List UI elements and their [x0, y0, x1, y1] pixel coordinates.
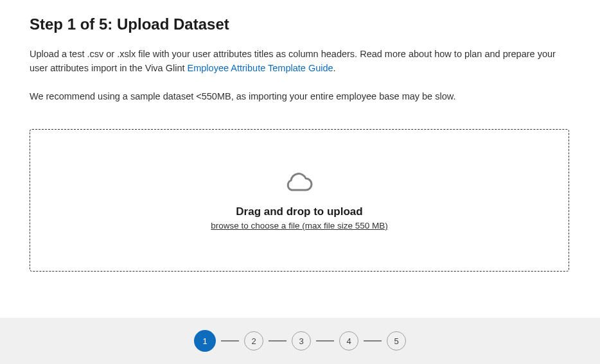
upload-dropzone[interactable]: Drag and drop to upload browse to choose… — [30, 129, 569, 272]
step-2[interactable]: 2 — [244, 331, 263, 351]
intro-text-after: . — [333, 63, 336, 73]
wizard-stepper-bar: 1 2 3 4 5 — [0, 318, 600, 364]
step-3[interactable]: 3 — [292, 331, 311, 351]
step-connector — [221, 340, 239, 342]
employee-attribute-guide-link[interactable]: Employee Attribute Template Guide — [188, 63, 333, 73]
cloud-upload-icon — [286, 171, 313, 198]
step-connector — [269, 340, 287, 342]
step-connector — [364, 340, 382, 342]
browse-file-link[interactable]: browse to choose a file (max file size 5… — [211, 221, 387, 230]
step-4[interactable]: 4 — [339, 331, 358, 351]
intro-paragraph: Upload a test .csv or .xslx file with yo… — [30, 48, 570, 76]
dropzone-title: Drag and drop to upload — [236, 205, 362, 218]
step-1[interactable]: 1 — [194, 330, 216, 352]
wizard-stepper: 1 2 3 4 5 — [194, 330, 406, 352]
step-connector — [316, 340, 334, 342]
step-5[interactable]: 5 — [387, 331, 406, 351]
page-title: Step 1 of 5: Upload Dataset — [30, 15, 570, 33]
recommend-text: We recommend using a sample dataset <550… — [30, 90, 570, 104]
